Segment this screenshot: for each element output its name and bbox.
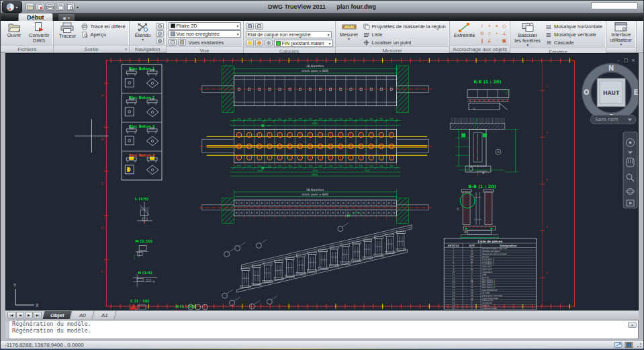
viewport-config-button[interactable]	[169, 39, 177, 46]
drawing-close-button[interactable]: ×	[631, 58, 635, 63]
orbit-button[interactable]	[156, 30, 164, 37]
layer-previous-button[interactable]	[255, 23, 263, 30]
object-snap-icon[interactable]: ⊙	[478, 30, 486, 37]
layer-lock-button[interactable]	[265, 40, 273, 46]
infocenter-search-box[interactable]	[591, 2, 638, 9]
object-snap-icon[interactable]: ⊥	[500, 30, 508, 37]
drawing-restore-button[interactable]: □	[624, 58, 629, 63]
layout-tab-a0[interactable]: A0	[72, 311, 95, 319]
application-menu-button[interactable]: ▾	[2, 1, 22, 13]
batch-plot-button[interactable]	[56, 3, 64, 11]
switch-windows-icon	[521, 22, 535, 32]
layer-combo[interactable]: FIN (existant-matéri	[274, 40, 333, 47]
mass-properties-button[interactable]: Propriétés de masse/de la région	[362, 23, 447, 30]
pan-button[interactable]	[156, 23, 164, 30]
annotation-scale-icon[interactable]	[614, 341, 623, 349]
compass-west[interactable]: O	[584, 89, 589, 96]
layout-nav-button[interactable]: |◀	[7, 312, 15, 318]
caret-down-icon: ▾	[68, 15, 70, 20]
preview-button[interactable]	[66, 3, 75, 11]
preview-plot-button[interactable]: Aperçu	[80, 31, 126, 38]
object-snap-icon[interactable]: ○	[486, 30, 493, 37]
drawing-minimize-button[interactable]: –	[617, 58, 620, 63]
panel-interface: Interfaceutilisateur	[606, 21, 637, 52]
layer-freeze-button[interactable]	[255, 40, 263, 46]
steering-wheel-button[interactable]	[156, 38, 164, 44]
svg-text:500: 500	[247, 165, 251, 167]
user-interface-icon	[614, 22, 627, 32]
svg-text:2: 2	[471, 307, 473, 310]
layout-tab-a1[interactable]: A1	[94, 311, 117, 319]
convert-dwg-button[interactable]: ConvertirDWG	[27, 21, 51, 45]
convert-document-icon	[34, 22, 44, 32]
drawing-area[interactable]: ABCDE12345 Bloc Béton 1 Bloc Béton 2 Blo…	[5, 53, 639, 310]
layer-previous-icon	[257, 24, 261, 28]
object-snap-icon[interactable]: ◇	[500, 22, 508, 30]
named-views-button[interactable]	[178, 39, 186, 46]
object-snap-icon[interactable]: ▣	[500, 37, 508, 44]
layout-nav-button[interactable]: ▶	[25, 312, 33, 318]
open-button[interactable]	[26, 3, 34, 11]
layer-state-button[interactable]	[246, 23, 254, 30]
layer-on-button[interactable]	[246, 40, 254, 46]
background-plot-button[interactable]: Tracé en différé	[80, 23, 126, 30]
visual-style-combo[interactable]: Filaire 2D	[169, 22, 241, 30]
zoom-extents-button[interactable]: Étendu	[132, 21, 154, 45]
layout-tab-bar: |◀◀▶▶| Objet A0 A1	[5, 310, 639, 319]
object-snap-icon[interactable]: ∠	[486, 37, 493, 44]
folder-open-icon	[8, 22, 21, 32]
status-bar: -1176.8288, 13678.9408 , 0.0000	[1, 340, 643, 349]
svg-text:400: 400	[328, 118, 332, 120]
open-file-button[interactable]: Ouvrir	[3, 21, 26, 45]
command-window[interactable]: Régénération du modèle. Régénération du …	[5, 320, 639, 339]
measure-button[interactable]: Mesurer	[338, 21, 361, 46]
layer-state-combo[interactable]: Etat de calque non enregistré	[246, 31, 332, 38]
list-button[interactable]: Liste	[362, 31, 447, 38]
tile-vertical-button[interactable]: ▥ Mosaïque verticale	[544, 31, 604, 38]
object-snap-grid[interactable]: /+×◇⊙○∘⊥∥∠·▣	[478, 21, 508, 45]
tab-debut[interactable]: Début	[18, 13, 53, 21]
object-snap-icon[interactable]: ∥	[478, 37, 486, 44]
convert-button[interactable]	[36, 3, 44, 11]
panel-sortie: Traceur Tracé en différé Aperçu	[54, 21, 129, 52]
object-snap-icon[interactable]: ×	[493, 22, 500, 30]
compass-east[interactable]: E	[634, 89, 638, 96]
object-snap-icon[interactable]: ·	[493, 37, 500, 44]
plotter-button[interactable]: Traceur	[56, 21, 79, 45]
compass-north[interactable]: N	[608, 64, 614, 72]
orbit-icon	[158, 32, 162, 36]
panel-fichiers: Ouvrir ConvertirDWG Fichiers	[1, 21, 54, 52]
svg-text:Y: Y	[13, 283, 17, 288]
locate-point-button[interactable]: Localiser un point	[362, 39, 447, 46]
qat-options-caret-icon[interactable]: ▾	[77, 5, 79, 9]
layout-nav-button[interactable]: ◀	[16, 312, 24, 318]
model-paper-toggle-icon[interactable]	[625, 341, 633, 349]
layout-tab-objet[interactable]: Objet	[43, 311, 73, 319]
visual-style-swatch-icon	[171, 24, 175, 28]
viewcube[interactable]: – □ × N S O E HAUT Sans nom	[582, 58, 638, 124]
work-frame: ABCDE12345 Bloc Béton 1 Bloc Béton 2 Blo…	[1, 53, 643, 340]
resize-grip[interactable]	[635, 341, 642, 348]
dialog-launcher-icon[interactable]: »	[125, 46, 128, 53]
dwg-trueview-logo-icon	[6, 3, 15, 11]
tile-horizontal-icon: ▤	[545, 24, 552, 30]
command-options-button[interactable]: ▾	[628, 322, 637, 328]
plot-button[interactable]	[46, 3, 54, 11]
svg-text:400: 400	[247, 118, 251, 120]
navigation-bar[interactable]	[623, 132, 637, 208]
switch-windows-button[interactable]: Basculerles fenêtres	[512, 21, 543, 48]
tile-horizontal-button[interactable]: ▤ Mosaïque horizontale	[544, 23, 604, 30]
layout-tab-nav[interactable]: |◀◀▶▶|	[5, 311, 44, 319]
existing-views-button[interactable]: Vues existantes	[187, 39, 226, 46]
ribbon-state-button[interactable]: ▣▾	[58, 14, 75, 21]
user-interface-button[interactable]: Interfaceutilisateur	[608, 21, 634, 47]
object-snap-icon[interactable]: ∘	[493, 30, 500, 37]
view-combo[interactable]: Vue non enregistrée	[169, 30, 241, 38]
endpoint-snap-button[interactable]: Extrémité	[452, 21, 477, 45]
object-snap-icon[interactable]: +	[486, 22, 493, 30]
quick-access-toolbar: ▾	[26, 3, 79, 11]
cascade-button[interactable]: ⊞ Cascade	[544, 39, 604, 46]
plan-view: B B	[199, 124, 432, 170]
layout-nav-button[interactable]: ▶|	[34, 312, 42, 318]
object-snap-icon[interactable]: /	[478, 22, 486, 30]
